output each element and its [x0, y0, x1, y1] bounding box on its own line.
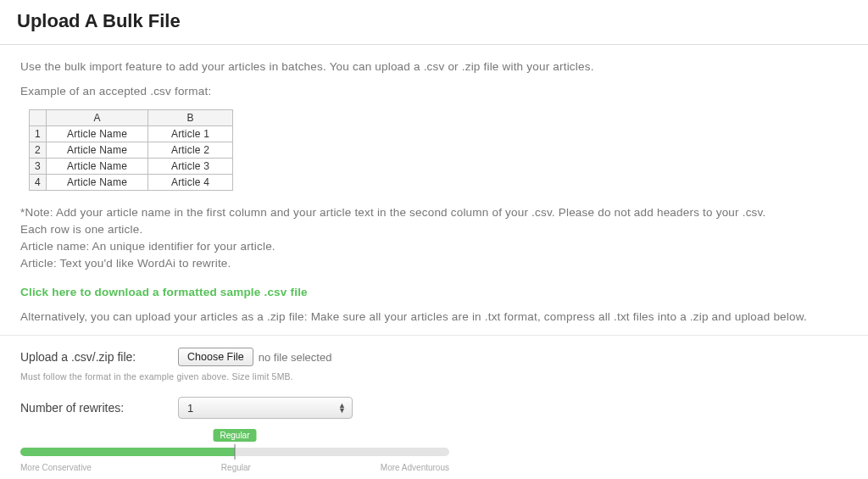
upload-hint: Must follow the format in the example gi…	[20, 371, 848, 382]
slider-fill	[20, 448, 235, 456]
table-row: 3 Article Name Article 3	[30, 159, 233, 175]
page-title: Upload A Bulk File	[0, 0, 868, 44]
csv-rownum: 2	[30, 142, 47, 159]
csv-header-a: A	[47, 110, 148, 126]
csv-val-cell: Article 4	[148, 175, 233, 191]
rewrites-label: Number of rewrites:	[20, 401, 178, 415]
csv-rownum: 3	[30, 159, 47, 175]
download-sample-link[interactable]: Click here to download a formatted sampl…	[20, 286, 308, 298]
note-article: Article: Text you'd like WordAi to rewri…	[20, 257, 848, 270]
table-row: 2 Article Name Article 2	[30, 142, 233, 159]
note-name: Article name: An unique identifier for y…	[20, 240, 848, 253]
csv-example-table: A B 1 Article Name Article 1 2 Article N…	[29, 109, 233, 191]
csv-name-cell: Article Name	[47, 175, 148, 191]
zip-alternative-text: Alternatively, you can upload your artic…	[20, 310, 848, 323]
slider-value-badge: Regular	[213, 429, 256, 442]
csv-val-cell: Article 1	[148, 126, 233, 142]
table-row: 1 Article Name Article 1	[30, 126, 233, 142]
choose-file-button[interactable]: Choose File	[178, 348, 253, 366]
csv-name-cell: Article Name	[47, 142, 148, 159]
csv-val-cell: Article 2	[148, 142, 233, 159]
slider-label-left: More Conservative	[20, 463, 92, 472]
table-row: 4 Article Name Article 4	[30, 175, 233, 191]
file-status-text: no file selected	[259, 351, 332, 364]
slider-label-right: More Adventurous	[381, 463, 449, 472]
note-headers: *Note: Add your article name in the firs…	[20, 206, 848, 219]
note-row: Each row is one article.	[20, 223, 848, 236]
csv-rownum: 1	[30, 126, 47, 142]
example-format-label: Example of an accepted .csv format:	[20, 85, 848, 97]
upload-file-label: Upload a .csv/.zip file:	[20, 350, 178, 364]
csv-val-cell: Article 3	[148, 159, 233, 175]
intro-description: Use the bulk import feature to add your …	[20, 60, 848, 73]
slider-handle[interactable]	[235, 444, 236, 460]
csv-corner-cell	[30, 110, 47, 126]
csv-name-cell: Article Name	[47, 126, 148, 142]
csv-name-cell: Article Name	[47, 159, 148, 175]
slider-label-mid: Regular	[221, 463, 251, 472]
csv-rownum: 4	[30, 175, 47, 191]
creativity-slider[interactable]	[20, 448, 449, 456]
csv-header-b: B	[148, 110, 233, 126]
rewrites-select[interactable]: 1	[178, 397, 353, 419]
